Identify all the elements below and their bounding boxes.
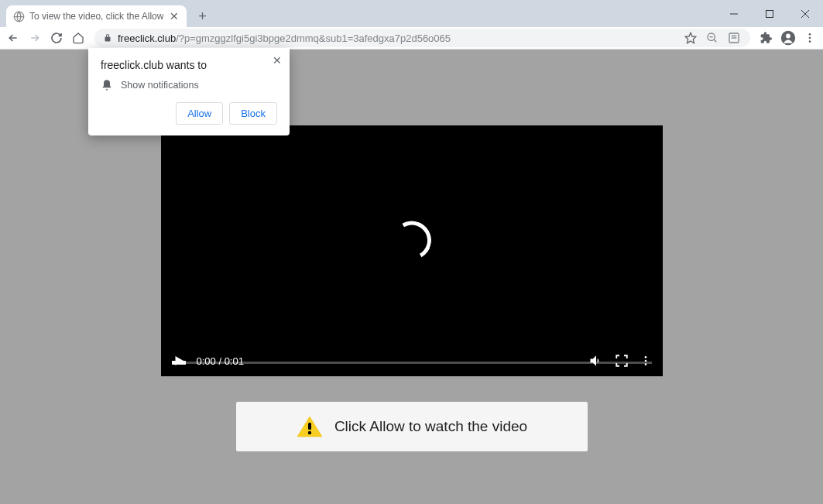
bell-icon (101, 79, 113, 91)
video-player[interactable]: 0:00 / 0:01 (161, 125, 663, 376)
tab-bar: To view the video, click the Allow ✕ + (0, 5, 823, 27)
profile-icon[interactable] (780, 29, 797, 46)
forward-button[interactable] (26, 29, 43, 46)
url-text: freeclick.club/?p=gmzggzlfgi5gi3bpge2dmm… (118, 33, 677, 44)
svg-point-16 (809, 40, 811, 43)
svg-rect-22 (308, 423, 311, 430)
maximize-button[interactable] (752, 0, 787, 27)
reload-button[interactable] (48, 29, 65, 46)
svg-marker-17 (175, 356, 183, 365)
svg-point-23 (308, 431, 311, 434)
new-tab-button[interactable]: + (191, 5, 213, 27)
volume-button[interactable] (588, 353, 604, 369)
popup-title: freeclick.club wants to (101, 59, 277, 71)
globe-icon (12, 10, 25, 22)
block-button[interactable]: Block (229, 102, 277, 125)
menu-icon[interactable] (801, 29, 818, 46)
lock-icon (102, 33, 113, 43)
message-box: Click Allow to watch the video (236, 402, 588, 451)
play-button[interactable] (172, 354, 186, 368)
svg-point-18 (644, 356, 646, 358)
reader-icon[interactable] (725, 29, 742, 46)
permission-label: Show notifications (121, 80, 199, 91)
browser-tab[interactable]: To view the video, click the Allow ✕ (6, 5, 187, 27)
tab-title: To view the video, click the Allow (29, 11, 163, 22)
svg-marker-5 (685, 33, 695, 43)
zoom-icon[interactable] (704, 29, 721, 46)
message-text: Click Allow to watch the video (334, 418, 527, 435)
extensions-icon[interactable] (758, 29, 775, 46)
minimize-button[interactable] (716, 0, 752, 27)
address-bar[interactable]: freeclick.club/?p=gmzggzlfgi5gi3bpge2dmm… (94, 29, 750, 47)
close-popup-icon[interactable]: ✕ (273, 54, 282, 67)
toolbar: freeclick.club/?p=gmzggzlfgi5gi3bpge2dmm… (0, 27, 823, 50)
allow-button[interactable]: Allow (176, 102, 223, 125)
fullscreen-button[interactable] (615, 354, 629, 368)
svg-rect-2 (766, 10, 773, 17)
star-icon[interactable] (682, 29, 699, 46)
svg-point-13 (786, 34, 790, 39)
svg-point-15 (809, 37, 811, 39)
close-tab-icon[interactable]: ✕ (168, 10, 180, 22)
svg-point-14 (809, 33, 811, 36)
notification-permission-popup: ✕ freeclick.club wants to Show notificat… (88, 48, 290, 135)
close-window-button[interactable] (787, 0, 823, 27)
svg-line-7 (714, 39, 716, 42)
video-time-display: 0:00 / 0:01 (197, 355, 244, 367)
loading-spinner-icon (393, 221, 431, 276)
video-controls: 0:00 / 0:01 (161, 345, 663, 376)
svg-point-19 (644, 360, 646, 362)
svg-point-20 (644, 363, 646, 365)
home-button[interactable] (70, 29, 87, 46)
video-more-icon[interactable] (640, 355, 652, 367)
back-button[interactable] (5, 29, 22, 46)
warning-icon (296, 415, 324, 438)
page-content: 0:00 / 0:01 Click Allow to watch the vid… (0, 50, 823, 504)
